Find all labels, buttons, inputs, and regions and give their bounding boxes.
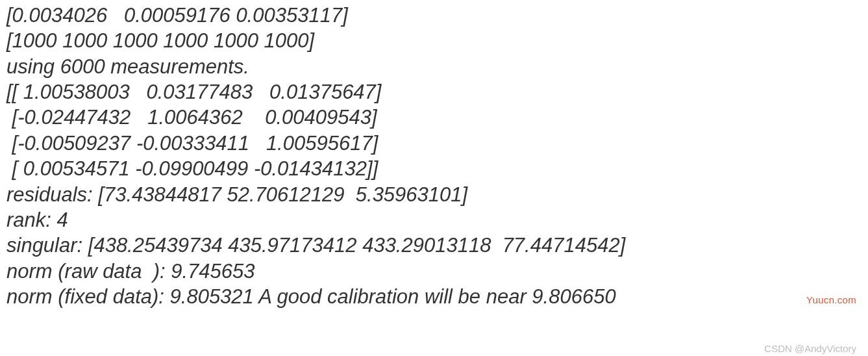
watermark-author: CSDN @AndyVictory (764, 342, 856, 355)
output-line-9: rank: 4 (6, 207, 862, 233)
output-line-6: [-0.00509237 -0.00333411 1.00595617] (6, 131, 862, 156)
output-line-1: [0.0034026 0.00059176 0.00353117] (6, 3, 862, 28)
output-line-5: [-0.02447432 1.0064362 0.00409543] (6, 105, 862, 130)
output-line-7: [ 0.00534571 -0.09900499 -0.01434132]] (6, 156, 862, 181)
output-line-10: singular: [438.25439734 435.97173412 433… (6, 233, 862, 258)
output-line-8: residuals: [73.43844817 52.70612129 5.35… (6, 182, 862, 207)
output-line-2: [1000 1000 1000 1000 1000 1000] (6, 28, 862, 53)
output-line-12: norm (fixed data): 9.805321 A good calib… (6, 284, 862, 309)
output-line-4: [[ 1.00538003 0.03177483 0.01375647] (6, 79, 862, 105)
output-line-11: norm (raw data ): 9.745653 (6, 259, 862, 284)
watermark-site: Yuucn.com (806, 294, 856, 306)
output-line-3: using 6000 measurements. (6, 54, 862, 79)
